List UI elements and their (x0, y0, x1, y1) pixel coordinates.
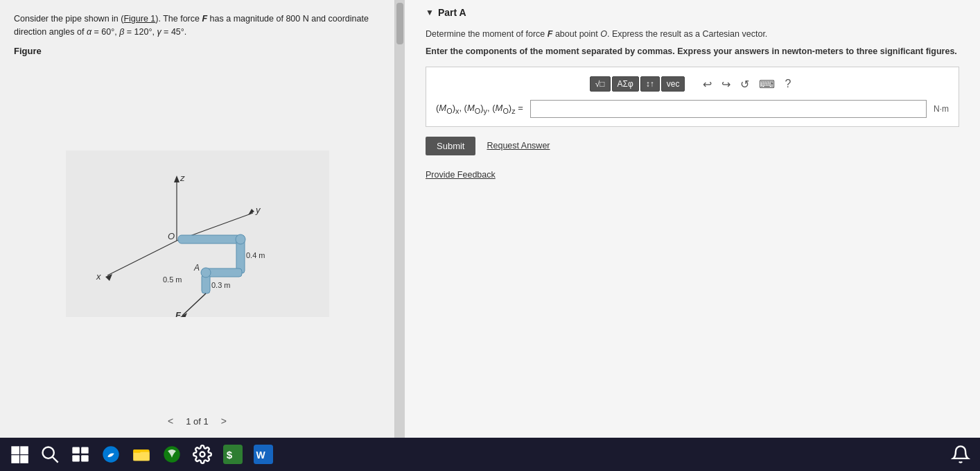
answer-input[interactable] (530, 100, 927, 118)
taskbar: $ W (0, 438, 980, 471)
svg-text:0.3 m: 0.3 m (211, 281, 231, 289)
prev-page-button[interactable]: < (164, 414, 177, 428)
edge-taskbar-icon[interactable] (98, 442, 123, 467)
svg-point-28 (43, 447, 54, 459)
svg-text:F: F (175, 310, 182, 317)
part-header: ▼ Part A (426, 7, 959, 18)
notification-icon[interactable] (948, 442, 973, 467)
redo-button[interactable]: ↪ (717, 76, 735, 93)
explorer-taskbar-icon[interactable] (129, 442, 154, 467)
start-button[interactable] (7, 442, 32, 467)
svg-rect-31 (81, 447, 89, 454)
provide-feedback-button[interactable]: Provide Feedback (426, 170, 496, 180)
nav-bar: < 1 of 1 > (14, 409, 380, 431)
search-taskbar-icon[interactable] (37, 442, 62, 467)
app2-taskbar-icon[interactable]: W (251, 442, 276, 467)
feedback-section: Provide Feedback (426, 168, 959, 180)
svg-line-29 (53, 457, 58, 463)
left-panel: Consider the pipe shown in (Figure 1). T… (0, 0, 395, 438)
svg-rect-11 (178, 235, 240, 243)
xbox-taskbar-icon[interactable] (159, 442, 184, 467)
refresh-button[interactable]: ↺ (736, 76, 753, 93)
figure-area: Figure z y (14, 46, 380, 409)
svg-rect-26 (11, 455, 19, 463)
sort-button[interactable]: ↕↑ (640, 76, 660, 92)
question-bold-text: Enter the components of the moment separ… (426, 46, 957, 56)
svg-point-15 (236, 234, 245, 244)
part-title: Part A (438, 7, 466, 18)
svg-text:0.4 m: 0.4 m (246, 251, 265, 259)
problem-text: Consider the pipe shown in (Figure 1). T… (14, 12, 380, 39)
question-line2: Enter the components of the moment separ… (426, 45, 959, 58)
scrollbar[interactable] (395, 0, 405, 438)
answer-section: √□ AΣφ ↕↑ vec ↩ ↪ ↺ ⌨ ? (MO)x, (MO)y, (M… (426, 67, 959, 127)
right-panel: ▼ Part A Determine the moment of force F… (405, 0, 980, 438)
page-indicator: 1 of 1 (186, 416, 209, 427)
svg-point-16 (201, 268, 211, 277)
figure-label: Figure (14, 46, 380, 56)
svg-rect-27 (20, 455, 28, 463)
svg-text:A: A (193, 263, 200, 273)
settings-taskbar-icon[interactable] (190, 442, 215, 467)
svg-rect-24 (11, 446, 19, 454)
submit-button[interactable]: Submit (426, 137, 475, 155)
app1-taskbar-icon[interactable]: $ (220, 442, 245, 467)
question-line1: Determine the moment of force F about po… (426, 28, 959, 41)
figure-diagram: z y x O (14, 59, 380, 409)
taskbar-left: $ W (7, 442, 276, 467)
sqrt-button[interactable]: √□ (590, 76, 611, 92)
task-view-taskbar-icon[interactable] (68, 442, 93, 467)
next-page-button[interactable]: > (217, 414, 231, 428)
math-toolbar: √□ AΣφ ↕↑ vec ↩ ↪ ↺ ⌨ ? (436, 76, 949, 93)
symbol-button[interactable]: AΣφ (612, 76, 639, 92)
svg-rect-25 (20, 446, 28, 454)
help-button[interactable]: ? (780, 76, 795, 92)
request-answer-button[interactable]: Request Answer (487, 141, 550, 151)
input-label: (MO)x, (MO)y, (MO)z = (436, 103, 523, 115)
svg-text:W: W (256, 449, 266, 461)
scrollbar-thumb[interactable] (396, 3, 403, 44)
svg-rect-0 (66, 151, 329, 317)
svg-rect-32 (72, 455, 80, 461)
svg-rect-37 (133, 449, 141, 453)
svg-text:O: O (168, 231, 175, 241)
svg-text:0.5 m: 0.5 m (163, 275, 182, 284)
action-row: Submit Request Answer (426, 137, 959, 155)
svg-text:$: $ (227, 449, 233, 461)
figure-link[interactable]: Figure 1 (123, 14, 155, 24)
svg-text:x: x (96, 271, 101, 282)
vec-button[interactable]: vec (661, 76, 685, 92)
pipe-diagram: z y x O (66, 151, 329, 317)
taskbar-right (948, 442, 973, 467)
part-arrow-icon: ▼ (426, 8, 434, 17)
input-row: (MO)x, (MO)y, (MO)z = N·m (436, 100, 949, 118)
svg-text:z: z (180, 173, 185, 183)
svg-rect-30 (72, 447, 80, 454)
svg-rect-36 (133, 452, 149, 461)
keyboard-button[interactable]: ⌨ (755, 76, 779, 93)
undo-button[interactable]: ↩ (699, 76, 716, 93)
svg-rect-33 (81, 455, 89, 461)
svg-point-39 (200, 452, 205, 457)
unit-label: N·m (934, 104, 949, 114)
